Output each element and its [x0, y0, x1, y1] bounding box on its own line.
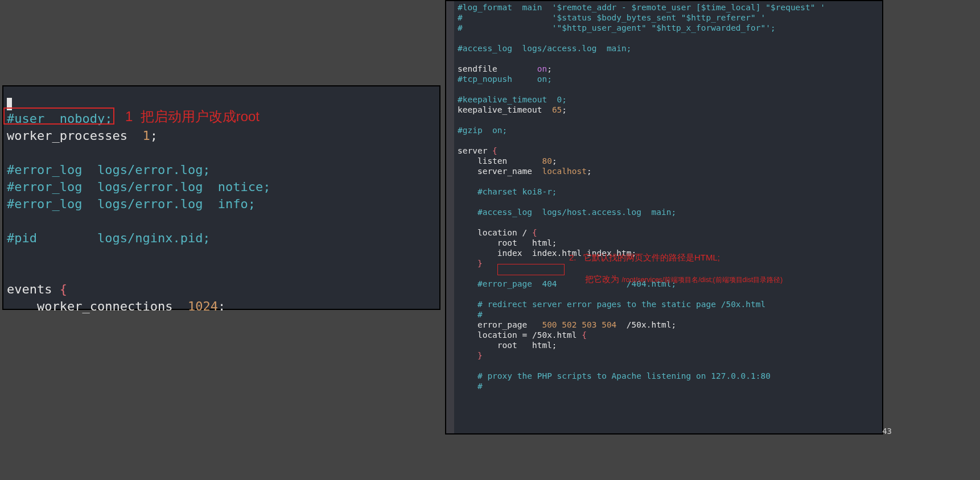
annotation-text-2: 2. 它默认找的网页文件的路径是HTML; [569, 253, 720, 263]
right-code-panel: #log_format main '$remote_addr - $remote… [445, 0, 883, 435]
annotation-text-1: 1 把启动用户改成root [125, 107, 260, 126]
code-text: #user nobody; [7, 111, 112, 126]
annotation-text-3: 把它改为 /root/services/前端项目名/dist;(前端项目dist… [580, 264, 783, 285]
page-number: 43 [882, 427, 892, 436]
